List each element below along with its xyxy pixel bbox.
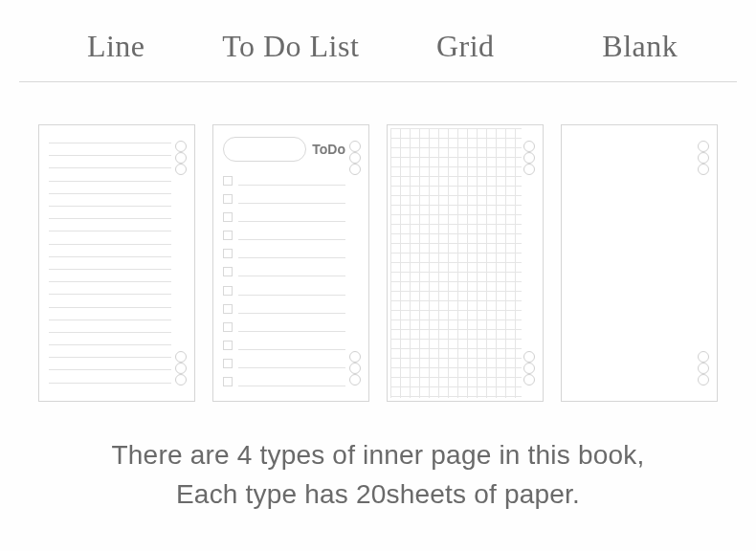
binder-holes (349, 141, 361, 386)
hole-icon (349, 141, 361, 152)
todo-lines (223, 171, 345, 391)
checkbox-icon (223, 341, 233, 350)
header-todo: To Do List (204, 29, 379, 64)
hole-icon (349, 164, 361, 175)
hole-icon (349, 152, 361, 164)
todo-title-box (223, 137, 306, 162)
header-line: Line (29, 29, 204, 64)
hole-icon (175, 374, 187, 386)
grid-pattern (390, 128, 522, 398)
hole-icon (175, 152, 187, 164)
hole-icon (698, 141, 709, 152)
hole-icon (523, 374, 535, 386)
checkbox-icon (223, 359, 233, 368)
hole-icon (523, 351, 535, 363)
checkbox-icon (223, 286, 233, 296)
caption: There are 4 types of inner page in this … (19, 436, 737, 514)
checkbox-icon (223, 267, 233, 276)
hole-icon (523, 152, 535, 164)
sample-page-todo: ToDo (212, 124, 369, 402)
page-samples-row: ToDo (19, 124, 737, 402)
checkbox-icon (223, 377, 233, 386)
header-row: Line To Do List Grid Blank (19, 29, 737, 82)
product-diagram: Line To Do List Grid Blank (0, 0, 756, 514)
header-grid: Grid (378, 29, 553, 64)
caption-line-2: Each type has 20sheets of paper. (19, 475, 737, 515)
hole-icon (523, 164, 535, 175)
hole-icon (175, 351, 187, 363)
caption-line-1: There are 4 types of inner page in this … (19, 436, 737, 475)
hole-icon (523, 141, 535, 152)
checkbox-icon (223, 322, 233, 332)
sample-page-blank (561, 124, 718, 402)
sample-page-grid (387, 124, 544, 402)
hole-icon (698, 152, 709, 164)
checkbox-icon (223, 212, 233, 222)
hole-icon (698, 363, 709, 374)
todo-layout: ToDo (223, 135, 345, 391)
binder-holes (698, 141, 709, 386)
hole-icon (698, 164, 709, 175)
checkbox-icon (223, 231, 233, 240)
sample-page-line (38, 124, 195, 402)
checkbox-icon (223, 176, 233, 186)
hole-icon (698, 374, 709, 386)
hole-icon (349, 374, 361, 386)
line-rulings (49, 137, 171, 389)
header-blank: Blank (553, 29, 728, 64)
hole-icon (175, 363, 187, 374)
checkbox-icon (223, 249, 233, 258)
binder-holes (175, 141, 187, 386)
todo-label: ToDo (312, 142, 345, 157)
hole-icon (175, 141, 187, 152)
hole-icon (349, 363, 361, 374)
hole-icon (175, 164, 187, 175)
checkbox-icon (223, 304, 233, 314)
binder-holes (523, 141, 535, 386)
hole-icon (698, 351, 709, 363)
hole-icon (523, 363, 535, 374)
todo-header: ToDo (223, 135, 345, 164)
checkbox-icon (223, 194, 233, 204)
hole-icon (349, 351, 361, 363)
